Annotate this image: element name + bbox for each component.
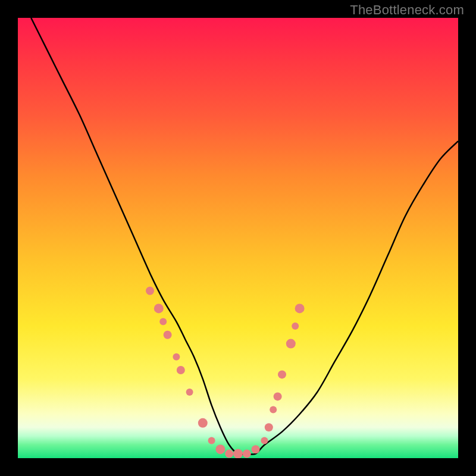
curve-layer xyxy=(18,18,458,458)
data-marker xyxy=(159,318,167,325)
data-marker xyxy=(265,423,273,431)
data-marker xyxy=(154,303,164,313)
bottleneck-curve xyxy=(31,18,458,455)
data-marker xyxy=(286,339,296,349)
data-marker xyxy=(295,303,305,313)
data-marker xyxy=(233,449,243,458)
data-marker xyxy=(146,287,154,295)
data-marker xyxy=(173,353,180,361)
data-marker xyxy=(186,389,193,396)
data-marker xyxy=(177,366,185,374)
data-marker xyxy=(270,406,277,414)
chart-stage: TheBottleneck.com xyxy=(0,0,476,476)
data-marker xyxy=(198,418,208,428)
data-marker xyxy=(261,437,268,444)
data-marker xyxy=(215,444,225,454)
watermark-text: TheBottleneck.com xyxy=(350,2,464,18)
data-marker xyxy=(164,331,172,339)
data-marker xyxy=(292,322,299,330)
plot-area xyxy=(18,18,458,458)
data-marker xyxy=(278,370,286,378)
data-marker xyxy=(252,445,260,453)
data-marker xyxy=(243,450,251,458)
data-marker xyxy=(225,450,233,458)
data-marker xyxy=(208,437,215,444)
data-marker xyxy=(274,392,282,400)
